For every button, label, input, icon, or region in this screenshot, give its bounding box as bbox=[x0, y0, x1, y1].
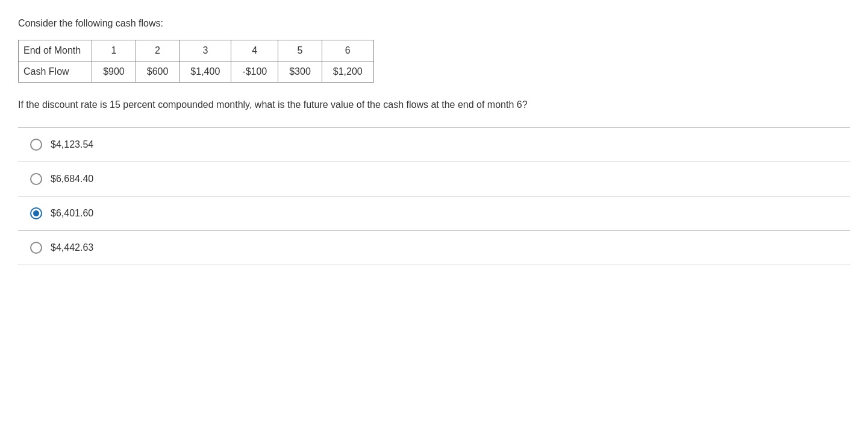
month-6: 6 bbox=[322, 40, 373, 61]
answer-options: $4,123.54$6,684.40$6,401.60$4,442.63 bbox=[18, 127, 850, 265]
month-1: 1 bbox=[92, 40, 136, 61]
cashflow-3: $1,400 bbox=[180, 61, 231, 83]
table-cashflow-row: Cash Flow $900 $600 $1,400 -$100 $300 $1… bbox=[19, 61, 374, 83]
option-item-4[interactable]: $4,442.63 bbox=[18, 231, 850, 265]
end-of-month-label: End of Month bbox=[19, 40, 92, 61]
cashflow-6: $1,200 bbox=[322, 61, 373, 83]
intro-text: Consider the following cash flows: bbox=[18, 18, 850, 29]
cashflow-1: $900 bbox=[92, 61, 136, 83]
radio-inner-3 bbox=[33, 210, 39, 216]
option-label-3: $6,401.60 bbox=[51, 208, 93, 219]
month-5: 5 bbox=[278, 40, 322, 61]
option-label-4: $4,442.63 bbox=[51, 242, 93, 253]
option-label-2: $6,684.40 bbox=[51, 174, 93, 184]
cashflow-2: $600 bbox=[136, 61, 180, 83]
option-label-1: $4,123.54 bbox=[51, 139, 93, 150]
cashflow-4: -$100 bbox=[231, 61, 278, 83]
option-item-3[interactable]: $6,401.60 bbox=[18, 197, 850, 231]
radio-outer-4 bbox=[30, 242, 42, 254]
radio-outer-1 bbox=[30, 139, 42, 151]
question-text: If the discount rate is 15 percent compo… bbox=[18, 97, 560, 113]
table-header-row: End of Month 1 2 3 4 5 6 bbox=[19, 40, 374, 61]
cash-flow-table: End of Month 1 2 3 4 5 6 Cash Flow $900 … bbox=[18, 40, 374, 83]
month-4: 4 bbox=[231, 40, 278, 61]
option-item-1[interactable]: $4,123.54 bbox=[18, 127, 850, 162]
cash-flow-label: Cash Flow bbox=[19, 61, 92, 83]
radio-outer-2 bbox=[30, 173, 42, 185]
radio-outer-3 bbox=[30, 207, 42, 219]
month-2: 2 bbox=[136, 40, 180, 61]
month-3: 3 bbox=[180, 40, 231, 61]
option-item-2[interactable]: $6,684.40 bbox=[18, 162, 850, 197]
cashflow-5: $300 bbox=[278, 61, 322, 83]
